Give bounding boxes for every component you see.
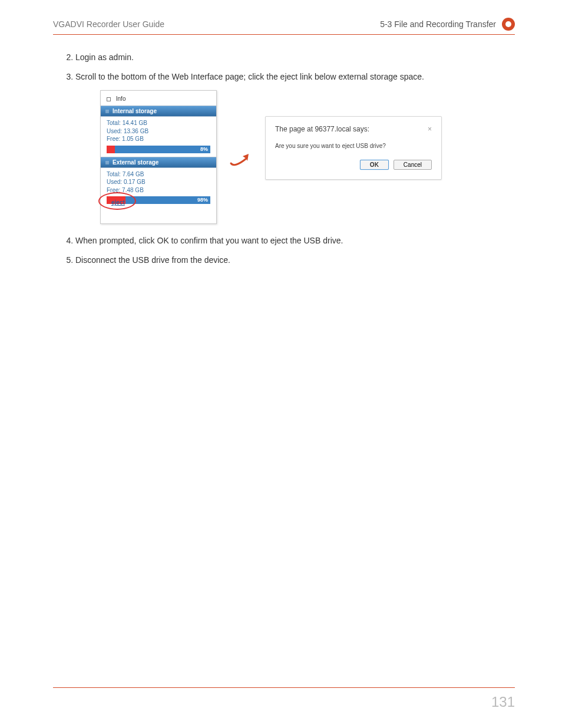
internal-free: Free: 1.05 GB — [107, 135, 210, 143]
steps-list-cont: When prompted, click OK to confirm that … — [53, 235, 515, 266]
page-footer: 131 — [53, 687, 515, 710]
confirm-dialog: The page at 96377.local says: × Are you … — [265, 116, 442, 180]
logo-icon — [502, 18, 515, 31]
close-icon[interactable]: × — [428, 125, 432, 133]
step-3-text: Scroll to the bottom of the Web Interfac… — [75, 72, 424, 81]
internal-storage-header: Internal storage — [101, 106, 216, 117]
steps-list: Login as admin. Scroll to the bottom of … — [53, 51, 515, 83]
internal-bar-label: 8% — [200, 146, 208, 152]
external-stats: Total: 7.64 GB Used: 0.17 GB Free: 7.48 … — [101, 168, 216, 196]
content-area: Login as admin. Scroll to the bottom of … — [53, 51, 515, 687]
step-2-text: Login as admin. — [75, 52, 134, 62]
external-storage-header: External storage — [101, 157, 216, 168]
internal-total: Total: 14.41 GB — [107, 119, 210, 127]
internal-fill — [107, 146, 115, 153]
step-3: Scroll to the bottom of the Web Interfac… — [75, 71, 515, 83]
dialog-title-row: The page at 96377.local says: × — [275, 125, 432, 133]
internal-header-text: Internal storage — [113, 108, 157, 114]
expand-icon — [107, 97, 111, 101]
dialog-buttons: OK Cancel — [275, 160, 432, 170]
external-header-text: External storage — [113, 159, 158, 166]
square-icon — [105, 161, 109, 164]
step-5: Disconnect the USB drive from the device… — [75, 254, 515, 266]
step-4-text: When prompted, click OK to confirm that … — [75, 236, 343, 245]
step-4: When prompted, click OK to confirm that … — [75, 235, 515, 247]
external-total: Total: 7.64 GB — [107, 170, 210, 179]
internal-used: Used: 13.36 GB — [107, 127, 210, 136]
page-number: 131 — [491, 694, 515, 710]
dialog-title: The page at 96377.local says: — [275, 125, 369, 133]
annotation-oval-icon — [98, 192, 136, 210]
step-2: Login as admin. — [75, 51, 515, 64]
page-header: VGADVI Recorder User Guide 5-3 File and … — [53, 18, 515, 35]
arrow-icon — [229, 148, 253, 173]
cancel-button[interactable]: Cancel — [394, 160, 432, 170]
ok-button[interactable]: OK — [360, 160, 389, 170]
figure-row: Info Internal storage Total: 14.41 GB Us… — [100, 90, 515, 224]
info-label: Info — [116, 95, 126, 102]
external-bar-label: 98% — [197, 197, 208, 203]
dialog-message: Are you sure you want to eject USB drive… — [275, 143, 432, 149]
internal-stats: Total: 14.41 GB Used: 13.36 GB Free: 1.0… — [101, 117, 216, 144]
panel-info-row: Info — [101, 94, 216, 106]
square-icon — [105, 110, 109, 113]
header-section-title: 5-3 File and Recording Transfer — [380, 19, 496, 29]
header-left: VGADVI Recorder User Guide — [53, 19, 164, 29]
external-used: Used: 0.17 GB — [107, 178, 210, 186]
storage-panel: Info Internal storage Total: 14.41 GB Us… — [100, 90, 217, 224]
step-5-text: Disconnect the USB drive from the device… — [75, 255, 230, 265]
header-right: 5-3 File and Recording Transfer — [380, 18, 515, 31]
internal-progress-bar: 8% — [107, 146, 210, 153]
